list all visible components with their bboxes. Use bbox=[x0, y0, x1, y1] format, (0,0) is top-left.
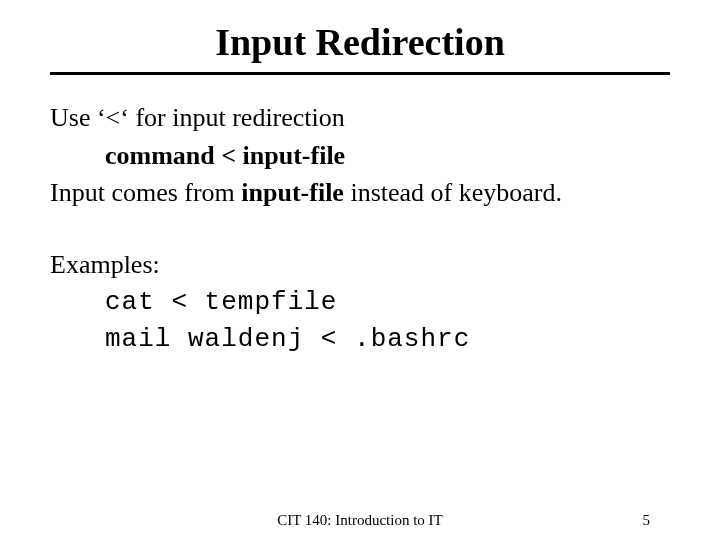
footer-course-label: CIT 140: Introduction to IT bbox=[0, 512, 720, 529]
syntax-line: command < input-file bbox=[50, 137, 670, 175]
spacer bbox=[50, 212, 670, 246]
desc-part-c: instead of keyboard. bbox=[344, 178, 562, 207]
title-divider bbox=[50, 72, 670, 75]
description-line: Input comes from input-file instead of k… bbox=[50, 174, 670, 212]
slide-body: Use ‘<‘ for input redirection command < … bbox=[50, 99, 670, 359]
footer-page-number: 5 bbox=[643, 512, 651, 529]
desc-part-a: Input comes from bbox=[50, 178, 241, 207]
slide-title: Input Redirection bbox=[50, 20, 670, 64]
intro-line: Use ‘<‘ for input redirection bbox=[50, 99, 670, 137]
example-line-1: cat < tempfile bbox=[50, 284, 670, 322]
example-line-2: mail waldenj < .bashrc bbox=[50, 321, 670, 359]
desc-part-b: input-file bbox=[241, 178, 344, 207]
examples-heading: Examples: bbox=[50, 246, 670, 284]
